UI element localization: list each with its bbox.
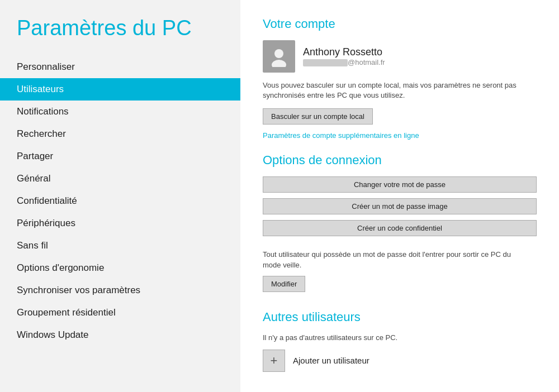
add-user-label: Ajouter un utilisateur <box>293 356 369 365</box>
options-connexion-title: Options de connexion <box>263 153 537 168</box>
votre-compte-title: Votre compte <box>263 17 537 31</box>
plus-icon: + <box>271 353 278 368</box>
sidebar-item-general[interactable]: Général <box>17 168 240 190</box>
user-avatar-icon <box>268 46 290 67</box>
sidebar-item-options-ergonomie[interactable]: Options d'ergonomie <box>17 257 240 279</box>
avatar <box>263 40 295 73</box>
page-title: Paramètres du PC <box>17 17 240 40</box>
image-password-button[interactable]: Créer un mot de passe image <box>263 198 537 214</box>
account-info-text: Vous pouvez basculer sur un compte local… <box>263 80 520 101</box>
svg-point-1 <box>272 60 286 67</box>
change-password-button[interactable]: Changer votre mot de passe <box>263 176 537 193</box>
sidebar-item-utilisateurs[interactable]: Utilisateurs <box>0 78 240 101</box>
no-users-text: Il n'y a pas d'autres utilisateurs sur c… <box>263 333 537 342</box>
account-info: Anthony Rossetto @hotmail.fr <box>303 46 385 66</box>
sidebar-item-rechercher[interactable]: Rechercher <box>17 123 240 145</box>
sidebar-item-peripheriques[interactable]: Périphériques <box>17 212 240 235</box>
sidebar: Paramètres du PC Personnaliser Utilisate… <box>0 0 240 392</box>
add-user-row[interactable]: + Ajouter un utilisateur <box>263 350 537 372</box>
email-blur <box>303 59 348 66</box>
options-connexion-section: Options de connexion Changer votre mot d… <box>263 153 537 298</box>
sidebar-item-partager[interactable]: Partager <box>17 145 240 168</box>
sidebar-item-personnaliser[interactable]: Personnaliser <box>17 56 240 78</box>
pin-button[interactable]: Créer un code confidentiel <box>263 220 537 236</box>
account-email: @hotmail.fr <box>303 58 385 66</box>
modifier-button[interactable]: Modifier <box>263 276 305 292</box>
connexion-buttons: Changer votre mot de passe Créer un mot … <box>263 176 537 242</box>
switch-local-account-button[interactable]: Basculer sur un compte local <box>263 108 373 125</box>
autres-utilisateurs-title: Autres utilisateurs <box>263 310 537 324</box>
sidebar-item-sans-fil[interactable]: Sans fil <box>17 235 240 257</box>
main-content: Votre compte Anthony Rossetto @hotmail.f… <box>240 0 559 392</box>
votre-compte-section: Votre compte Anthony Rossetto @hotmail.f… <box>263 17 537 140</box>
sidebar-item-notifications[interactable]: Notifications <box>17 101 240 123</box>
sidebar-item-synchroniser[interactable]: Synchroniser vos paramètres <box>17 279 240 302</box>
account-row: Anthony Rossetto @hotmail.fr <box>263 40 537 73</box>
veille-text: Tout utilisateur qui possède un mot de p… <box>263 250 520 270</box>
add-user-icon-box: + <box>263 350 285 372</box>
autres-utilisateurs-section: Autres utilisateurs Il n'y a pas d'autre… <box>263 310 537 372</box>
account-name: Anthony Rossetto <box>303 46 385 58</box>
sidebar-item-windows-update[interactable]: Windows Update <box>17 324 240 346</box>
svg-point-0 <box>274 49 283 58</box>
account-settings-link[interactable]: Paramètres de compte supplémentaires en … <box>263 131 537 140</box>
sidebar-item-confidentialite[interactable]: Confidentialité <box>17 190 240 212</box>
sidebar-item-groupement[interactable]: Groupement résidentiel <box>17 302 240 324</box>
